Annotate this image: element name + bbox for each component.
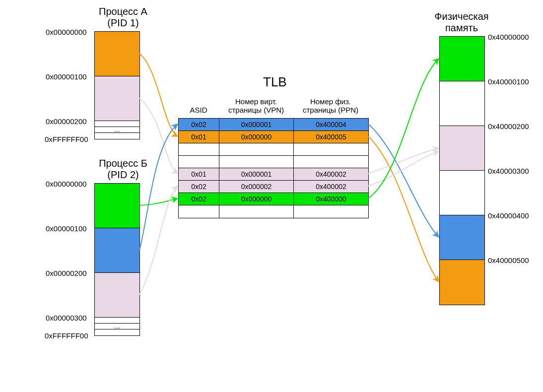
phys-title: Физическая память (422, 11, 501, 34)
phys-addr-1: 0x40000100 (488, 77, 529, 86)
tlb-header-vpn: Номер вирт. страницы (VPN) (219, 97, 293, 114)
tlb-row-3-vpn (219, 156, 294, 168)
tlb-row-0-vpn: 0x000001 (219, 119, 294, 131)
tlb-row-7-asid (179, 205, 219, 218)
proc-a-addr-3: 0xFFFFFF00 (45, 135, 88, 143)
tlb-row-5-asid: 0x02 (179, 181, 219, 193)
proc-a-ellipsis: ... (95, 127, 139, 133)
phys-addr-2: 0x40000200 (488, 122, 529, 131)
tlb-header-asid: ASID (178, 106, 219, 114)
proc-b-gap-1 (95, 329, 139, 335)
proc-b-page-0 (95, 184, 139, 228)
tlb-row-6-ppn: 0x400000 (294, 193, 368, 205)
proc-b-page-1 (95, 228, 139, 273)
phys-addr-5: 0x40000500 (488, 256, 529, 264)
tlb-row-0-ppn: 0x400004 (294, 119, 368, 131)
tlb-row-7-vpn (219, 205, 294, 218)
tlb-row-2 (179, 143, 368, 156)
phys-page-0 (440, 37, 484, 81)
proc-a-page-0 (95, 32, 139, 76)
arrow-procB-blue-to-tlb (139, 124, 178, 250)
phys-page-5 (440, 260, 484, 305)
tlb-row-2-asid (179, 143, 219, 155)
proc-a-gap-1 (95, 133, 139, 139)
tlb-row-4-asid: 0x01 (179, 168, 219, 180)
arrow-tlb-blue-to-phys (368, 124, 439, 237)
proc-b-title: Процесс Б (PID 2) (83, 158, 163, 181)
proc-a-addr-2: 0x00000200 (46, 117, 87, 126)
proc-b-memory: ... (94, 183, 140, 336)
tlb-row-3-ppn (294, 156, 368, 168)
proc-a-memory: ... (94, 31, 140, 139)
arrow-tlb-pink2-to-phys (368, 151, 439, 186)
tlb-row-4-vpn: 0x000001 (219, 168, 294, 180)
tlb-row-1-asid: 0x01 (179, 131, 219, 143)
tlb-title: TLB (263, 74, 287, 90)
tlb-row-2-vpn (219, 143, 294, 155)
phys-memory (439, 36, 485, 305)
tlb-row-1-ppn: 0x400005 (294, 131, 368, 143)
proc-b-addr-2: 0x00000200 (46, 269, 87, 277)
proc-b-addr-3: 0x00000300 (46, 314, 87, 322)
proc-a-title: Процесс А (PID 1) (83, 6, 163, 29)
arrow-procA-orange-to-tlb (139, 54, 178, 136)
tlb-row-7 (179, 205, 368, 218)
tlb-row-0-asid: 0x02 (179, 119, 219, 131)
tlb-table: 0x02 0x000001 0x400004 0x01 0x000000 0x4… (178, 118, 369, 218)
tlb-row-3-asid (179, 156, 219, 168)
phys-page-1 (440, 81, 484, 126)
proc-b-page-2 (95, 273, 139, 318)
arrow-procB-green-to-tlb (139, 198, 178, 205)
proc-b-ellipsis: ... (95, 324, 139, 329)
tlb-row-6: 0x02 0x000000 0x400000 (179, 193, 368, 205)
phys-page-4 (440, 215, 484, 260)
tlb-row-2-ppn (294, 143, 368, 155)
proc-b-addr-1: 0x00000100 (46, 224, 87, 233)
phys-page-3 (440, 171, 484, 215)
tlb-row-3 (179, 156, 368, 168)
arrow-tlb-orange-to-phys (368, 136, 439, 282)
tlb-row-5-ppn: 0x400002 (294, 181, 368, 193)
tlb-row-1-vpn: 0x000000 (219, 131, 294, 143)
proc-a-page-1 (95, 76, 139, 121)
tlb-row-6-vpn: 0x000000 (219, 193, 294, 205)
tlb-row-5: 0x02 0x000002 0x400002 (179, 181, 368, 193)
tlb-row-7-ppn (294, 205, 368, 218)
arrow-tlb-green-to-phys (368, 59, 439, 198)
proc-a-addr-0: 0x00000000 (46, 28, 87, 36)
phys-addr-4: 0x40000400 (488, 211, 529, 220)
tlb-row-5-vpn: 0x000002 (219, 181, 294, 193)
tlb-row-0: 0x02 0x000001 0x400004 (179, 119, 368, 131)
tlb-row-1: 0x01 0x000000 0x400005 (179, 131, 368, 143)
tlb-row-4-ppn: 0x400002 (294, 168, 368, 180)
phys-addr-0: 0x40000000 (488, 33, 529, 41)
tlb-row-4: 0x01 0x000001 0x400002 (179, 168, 368, 181)
phys-page-2 (440, 126, 484, 171)
arrow-tlb-pink-to-phys (368, 148, 439, 174)
phys-addr-3: 0x40000300 (488, 167, 529, 175)
tlb-header-ppn: Номер физ. страницы (PPN) (293, 97, 368, 114)
proc-b-addr-0: 0x00000000 (46, 180, 87, 188)
arrow-procB-pink-to-tlb (139, 186, 178, 295)
tlb-row-6-asid: 0x02 (179, 193, 219, 205)
proc-a-addr-1: 0x00000100 (46, 72, 87, 81)
proc-b-addr-4: 0xFFFFFF00 (45, 331, 88, 340)
